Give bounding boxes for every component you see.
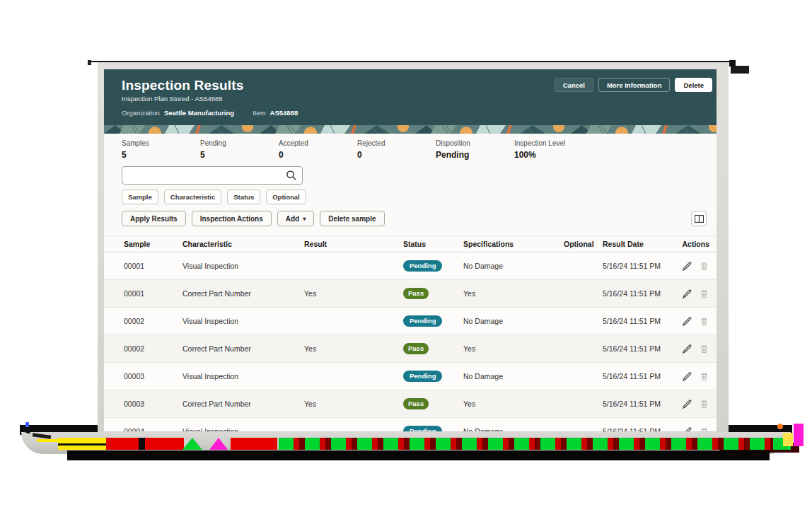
table-row[interactable]: 00003 Correct Part Number Yes Pass Yes 5… [104,390,717,418]
glitch-artifact [279,438,774,450]
more-information-button[interactable]: More Information [598,78,671,92]
edit-icon[interactable] [682,316,692,327]
col-actions: Actions [681,240,709,248]
glitch-artifact [106,438,184,450]
col-specifications: Specifications [463,240,564,248]
inspection-actions-button[interactable]: Inspection Actions [192,211,272,226]
glitch-artifact [58,438,106,450]
edit-icon[interactable] [682,426,692,432]
chip-status[interactable]: Status [227,190,260,204]
table-toolbar: Apply Results Inspection Actions Add ▾ D… [122,211,717,226]
glitch-artifact [231,438,277,450]
chevron-down-icon: ▾ [303,216,306,222]
cancel-button[interactable]: Cancel [555,78,593,92]
status-badge: Pass [403,398,429,409]
context-row: Organization Seattle Manufacturing Item … [122,109,298,117]
status-badge: Pending [403,371,442,382]
edit-icon[interactable] [682,371,692,382]
glitch-artifact [777,424,783,429]
status-badge: Pending [403,315,442,327]
results-table: Sample Characteristic Result Status Spec… [104,235,717,431]
glitch-artifact [783,433,793,446]
edit-icon[interactable] [682,289,692,299]
table-row[interactable]: 00001 Correct Part Number Yes Pass Yes 5… [104,280,717,308]
shadow-artifact [731,66,749,74]
edit-icon[interactable] [682,261,692,272]
search-input[interactable] [122,166,303,185]
page: Inspection Results Inspection Plan Store… [0,0,812,512]
glitch-artifact [794,424,804,446]
decorative-banner [104,125,717,134]
search-icon[interactable] [286,170,297,181]
chip-optional[interactable]: Optional [266,190,306,204]
chip-characteristic[interactable]: Characteristic [164,190,221,204]
status-badge: Pass [403,343,429,354]
col-optional: Optional [564,240,603,248]
trash-icon[interactable] [699,426,709,432]
chip-sample[interactable]: Sample [122,190,158,204]
app-header: Inspection Results Inspection Plan Store… [104,69,717,125]
item-label: Item [253,109,265,117]
glitch-artifact [25,422,29,427]
header-actions: Cancel More Information Delete [555,78,712,92]
shadow-artifact [88,60,91,65]
trash-icon[interactable] [699,289,709,299]
col-result: Result [304,240,403,248]
col-characteristic: Characteristic [182,240,304,248]
table-row[interactable]: 00001 Visual Inspection Pending No Damag… [104,252,717,280]
trash-icon[interactable] [699,344,709,354]
edit-icon[interactable] [682,344,692,354]
col-result-date: Result Date [603,240,681,248]
status-badge: Pending [403,260,442,272]
page-title: Inspection Results [122,78,244,93]
trash-icon[interactable] [699,399,709,409]
table-row[interactable]: 00002 Visual Inspection Pending No Damag… [104,308,717,335]
apply-results-button[interactable]: Apply Results [122,211,186,226]
stat-disposition: Disposition Pending [436,139,514,160]
table-row[interactable]: 00004 Visual Inspection Pending No Damag… [104,418,717,431]
status-badge: Pending [403,426,442,431]
glitch-black-bar [67,450,770,460]
trash-icon[interactable] [699,371,709,382]
col-status: Status [403,240,463,248]
stat-pending: Pending 5 [200,139,279,160]
stat-inspection-level: Inspection Level 100% [514,139,593,160]
page-subtitle: Inspection Plan Stored - AS54888 [122,95,223,103]
col-sample: Sample [124,240,182,248]
stat-accepted: Accepted 0 [279,139,357,160]
add-button[interactable]: Add ▾ [277,211,314,226]
trash-icon[interactable] [699,316,709,327]
table-row[interactable]: 00003 Visual Inspection Pending No Damag… [104,363,717,390]
search-bar [122,166,303,185]
columns-icon [695,215,704,223]
filter-chips: Sample Characteristic Status Optional [122,190,717,204]
manage-columns-button[interactable] [691,211,707,226]
status-badge: Pass [403,288,429,299]
app-screen: Inspection Results Inspection Plan Store… [104,69,717,431]
summary-stats: Samples 5 Pending 5 Accepted 0 Rejected … [104,134,717,160]
table-header-row: Sample Characteristic Result Status Spec… [104,236,717,252]
edit-icon[interactable] [682,399,692,409]
stat-rejected: Rejected 0 [357,139,436,160]
organization-label: Organization [122,109,160,117]
table-row[interactable]: 00002 Correct Part Number Yes Pass Yes 5… [104,335,717,363]
item-value: AS54888 [270,109,298,117]
delete-sample-button[interactable]: Delete sample [320,211,384,226]
stat-samples: Samples 5 [122,139,200,160]
glitch-artifact [37,439,58,442]
delete-button[interactable]: Delete [675,78,712,92]
organization-value: Seattle Manufacturing [164,109,234,117]
laptop-frame: Inspection Results Inspection Plan Store… [98,62,729,433]
trash-icon[interactable] [699,261,709,272]
